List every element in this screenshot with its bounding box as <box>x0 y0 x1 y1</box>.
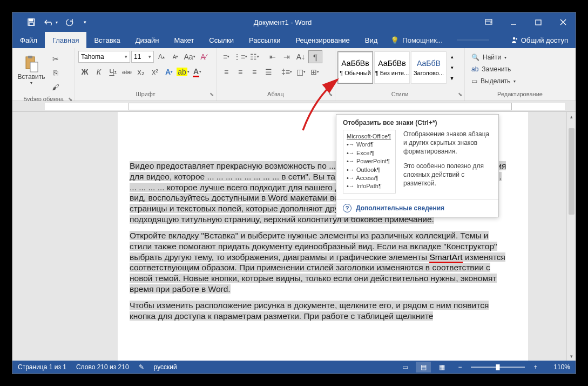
tooltip-more-info[interactable]: ? Дополнительные сведения <box>336 199 498 217</box>
style-heading1[interactable]: АаБбВ Заголово... <box>411 51 447 84</box>
tab-design[interactable]: Дизайн <box>128 32 167 48</box>
select-button[interactable]: ▭ Выделить ▾ <box>468 75 519 87</box>
styles-expand[interactable]: ▼ <box>448 73 456 84</box>
vertical-scrollbar[interactable]: ▴ ▾ <box>566 112 576 361</box>
bullets-button[interactable]: ≡▾ <box>220 50 233 63</box>
close-button[interactable] <box>551 12 576 32</box>
pilcrow-tooltip: Отобразить все знаки (Ctrl+*) Microsoft·… <box>336 114 499 217</box>
spell-check-icon[interactable]: ✎ <box>139 363 144 371</box>
font-size-select[interactable]: 11▾ <box>131 51 154 63</box>
help-icon: ? <box>343 204 352 212</box>
tab-view[interactable]: Вид <box>357 32 386 48</box>
zoom-out-button[interactable]: − <box>452 362 468 372</box>
scroll-thumb[interactable] <box>569 128 575 215</box>
tab-layout[interactable]: Макет <box>166 32 201 48</box>
italic-button[interactable]: К <box>92 65 105 78</box>
justify-button[interactable]: ☰ <box>262 65 275 78</box>
redo-button[interactable] <box>61 14 79 30</box>
svg-point-9 <box>516 38 517 40</box>
grow-font-button[interactable]: A▴ <box>155 50 168 63</box>
language-status[interactable]: русский <box>154 363 177 371</box>
shading-button[interactable]: ◫▾ <box>294 65 307 78</box>
svg-rect-5 <box>536 20 541 25</box>
font-name-select[interactable]: Tahoma▾ <box>78 51 130 63</box>
shrink-font-button[interactable]: A▾ <box>169 50 182 63</box>
styles-scroll-down[interactable]: ▾ <box>448 62 456 73</box>
svg-rect-12 <box>30 62 38 72</box>
styles-launcher[interactable]: ⬊ <box>458 91 462 97</box>
minimize-button[interactable] <box>501 12 526 32</box>
paste-button[interactable]: Вставить ▾ <box>16 50 47 89</box>
status-bar: Страница 1 из 1 Слово 210 из 210 ✎ русск… <box>12 361 576 374</box>
cut-button[interactable]: ✂ <box>49 52 62 65</box>
format-painter-button[interactable]: 🖌 <box>49 81 62 94</box>
decrease-indent-button[interactable]: ⇤ <box>266 50 279 63</box>
svg-rect-1 <box>29 19 33 21</box>
paragraph-launcher[interactable]: ⬊ <box>328 91 333 97</box>
align-right-button[interactable]: ≡ <box>248 65 261 78</box>
window-title: Документ1 - Word <box>89 18 476 26</box>
clear-format-button[interactable]: A⁄ <box>197 50 210 63</box>
find-button[interactable]: 🔍 Найти ▾ <box>468 51 519 63</box>
highlight-button[interactable]: ab▾ <box>177 65 190 78</box>
bulb-icon: 💡 <box>390 36 399 44</box>
save-button[interactable] <box>22 14 40 30</box>
style-normal[interactable]: АаБбВв ¶ Обычный <box>337 51 373 84</box>
svg-rect-2 <box>29 23 33 25</box>
svg-point-8 <box>512 37 515 39</box>
borders-button[interactable]: ⊞▾ <box>308 65 321 78</box>
show-hide-marks-button[interactable]: ¶ <box>308 50 322 63</box>
text-effects-button[interactable]: A▾ <box>163 65 175 78</box>
print-layout-button[interactable]: ▤ <box>416 362 431 372</box>
read-mode-button[interactable]: ▭ <box>397 362 413 372</box>
change-case-button[interactable]: Aa▾ <box>183 50 196 63</box>
numbering-button[interactable]: ⋮≡▾ <box>234 50 247 63</box>
font-launcher[interactable]: ⬊ <box>209 91 214 97</box>
ribbon-tabs: Файл Главная Вставка Дизайн Макет Ссылки… <box>12 32 576 48</box>
ribbon: Вставить ▾ ✂ ⎘ 🖌 Буфер обмена⬊ Tahoma▾ 1… <box>12 48 576 101</box>
line-spacing-button[interactable]: ‡≡▾ <box>280 65 293 78</box>
underline-button[interactable]: Ч▾ <box>106 65 119 78</box>
ribbon-options-button[interactable] <box>476 12 501 32</box>
sort-button[interactable]: A↓ <box>294 50 307 63</box>
tooltip-preview: Microsoft·Office¶ •→ Word¶ •→ Excel¶ •→ … <box>343 130 396 194</box>
style-no-spacing[interactable]: АаБбВв ¶ Без инте... <box>374 51 410 84</box>
tell-me-input[interactable]: Помощник... <box>402 36 442 44</box>
font-color-button[interactable]: A▾ <box>191 65 204 78</box>
tab-home[interactable]: Главная <box>45 32 86 48</box>
zoom-slider[interactable] <box>471 367 525 368</box>
title-bar: ▾ ▾ Документ1 - Word <box>12 12 576 32</box>
account-area[interactable] <box>457 39 489 41</box>
ruler[interactable] <box>12 101 576 112</box>
svg-rect-3 <box>485 19 492 24</box>
align-center-button[interactable]: ≡ <box>234 65 247 78</box>
superscript-button[interactable]: x² <box>148 65 161 78</box>
page-count[interactable]: Страница 1 из 1 <box>18 363 66 371</box>
scroll-up-arrow[interactable]: ▴ <box>567 112 576 121</box>
copy-button[interactable]: ⎘ <box>49 66 62 79</box>
web-layout-button[interactable]: ▦ <box>434 362 449 372</box>
align-left-button[interactable]: ≡ <box>220 65 233 78</box>
increase-indent-button[interactable]: ⇥ <box>280 50 293 63</box>
bold-button[interactable]: Ж <box>78 65 91 78</box>
undo-button[interactable]: ▾ <box>42 14 60 30</box>
tab-file[interactable]: Файл <box>12 32 45 48</box>
maximize-button[interactable] <box>526 12 551 32</box>
svg-rect-11 <box>28 56 32 58</box>
qat-customize[interactable]: ▾ <box>80 14 89 30</box>
scroll-down-arrow[interactable]: ▾ <box>567 351 576 361</box>
zoom-in-button[interactable]: + <box>528 362 543 372</box>
tab-mailings[interactable]: Рассылки <box>241 32 288 48</box>
zoom-level[interactable]: 110% <box>546 363 570 371</box>
tab-review[interactable]: Рецензирование <box>288 32 357 48</box>
styles-scroll-up[interactable]: ▴ <box>448 51 456 62</box>
tab-references[interactable]: Ссылки <box>201 32 241 48</box>
subscript-button[interactable]: x₂ <box>134 65 147 78</box>
word-count[interactable]: Слово 210 из 210 <box>76 363 129 371</box>
multilevel-button[interactable]: ☷▾ <box>248 50 261 63</box>
replace-button[interactable]: ab Заменить <box>468 63 519 75</box>
tab-insert[interactable]: Вставка <box>86 32 127 48</box>
share-button[interactable]: Общий доступ <box>503 32 576 48</box>
strikethrough-button[interactable]: abc <box>120 65 133 78</box>
